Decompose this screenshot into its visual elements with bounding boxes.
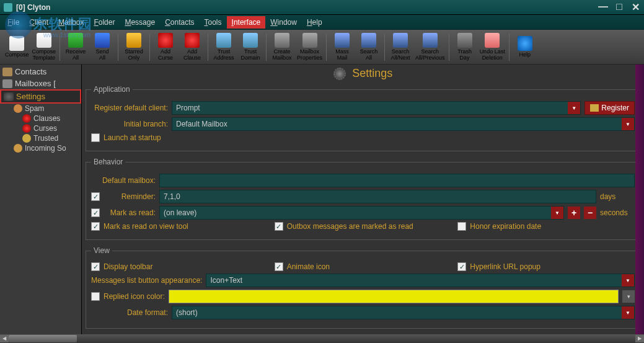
page-title: Settings [84,65,642,82]
mbox-icon [275,33,289,48]
toolbar-add-clause[interactable]: AddClause [179,32,205,63]
date-format-select[interactable]: (short) ▼ [172,306,635,319]
date-format-label: Date format: [91,308,168,317]
toolbar-send-all[interactable]: SendAll [89,32,115,63]
chevron-down-icon[interactable]: ▼ [568,102,580,114]
replied-color-checkbox[interactable] [91,292,100,301]
separator [208,33,208,61]
toolbar-compose[interactable]: Compose [4,32,30,63]
scroll-right-button[interactable]: ▶ [635,335,644,342]
mark-read-select[interactable]: (on leave) ▼ [159,206,564,220]
sidebar-item-curses[interactable]: Curses [14,123,81,133]
menu-tools[interactable]: Tools [200,16,227,29]
separator [449,33,449,61]
reminder-label: Reminder: [104,192,156,201]
chevron-down-icon[interactable]: ▼ [622,118,634,130]
gear-icon [4,92,14,101]
toolbar-undo-last-deletion[interactable]: Undo LastDeletion [479,32,506,63]
minimize-button[interactable]: — [598,1,608,13]
sidebar-item-settings[interactable]: Settings [0,89,81,104]
chevron-down-icon[interactable]: ▼ [622,274,634,287]
trash-icon [457,33,472,48]
red-icon [22,124,31,133]
menu-help[interactable]: Help [302,16,327,29]
color-dropdown-button[interactable]: ▾ [622,290,635,303]
initial-branch-label: Initial branch: [91,120,168,128]
separator [149,33,150,61]
outbox-marked-checkbox[interactable]: ✓ [275,222,283,231]
menu-mailbox[interactable]: Mailbox [53,16,89,29]
reminder-input[interactable] [159,190,596,203]
scroll-left-button[interactable]: ◀ [0,335,9,342]
undo-icon [485,33,500,48]
register-button[interactable]: Register [584,101,635,115]
menu-contacts[interactable]: Contacts [160,16,199,29]
toolbar-add-curse[interactable]: AddCurse [152,32,179,63]
compose-icon [37,33,51,48]
hyperlink-popup-checkbox[interactable]: ✓ [457,262,466,271]
sidebar-item-clauses[interactable]: Clauses [14,114,81,123]
menu-file[interactable]: File [2,16,24,29]
default-mailbox-label: Default mailbox: [91,176,156,185]
send-icon [95,33,110,48]
toolbar-trust-domain[interactable]: TrustDomain [237,32,263,63]
animate-icon-checkbox[interactable]: ✓ [275,262,283,271]
people-icon [361,33,376,48]
people-icon [393,33,408,48]
honor-exp-checkbox[interactable] [457,222,466,231]
mark-read-checkbox[interactable]: ✓ [91,208,100,217]
initial-branch-select[interactable]: Default Mailbox ▼ [172,117,635,131]
toolbar-compose-template[interactable]: ComposeTemplate [31,32,58,63]
contacts-icon [2,68,12,76]
toolbar-search-all/next[interactable]: SearchAll/Next [387,32,413,63]
content-area: Settings Application Register default cl… [82,65,644,334]
menu-window[interactable]: Window [265,16,302,29]
sidebar-item-spam[interactable]: Spam [14,104,81,114]
toolbar-search-all[interactable]: SearchAll [356,32,382,63]
chevron-down-icon[interactable]: ▼ [551,207,563,219]
msg-list-appearance-select[interactable]: Icon+Text ▼ [206,274,635,287]
toolbar-create-mailbox[interactable]: CreateMailbox [269,32,295,63]
chevron-down-icon[interactable]: ▼ [622,306,634,319]
sidebar-item-contacts[interactable]: Contacts [0,66,81,78]
mail-icon [2,79,12,88]
toolbar-trash-day[interactable]: TrashDay [452,32,478,63]
toolbar-search-all/previous[interactable]: SearchAll/Previous [414,32,446,63]
plus-button[interactable]: + [568,207,580,219]
toolbar-starred-only[interactable]: StarredOnly [121,32,147,63]
reminder-checkbox[interactable]: ✓ [91,192,100,201]
close-button[interactable]: ✕ [630,1,640,13]
scroll-thumb[interactable] [9,335,77,342]
menu-client[interactable]: Client [24,16,53,29]
sidebar-item-incoming-so[interactable]: Incoming So [14,143,81,153]
launch-startup-label: Launch at startup [104,133,161,142]
minus-button[interactable]: − [584,207,596,219]
mark-read-label: Mark as read: [104,208,156,217]
menu-interface[interactable]: Interface [227,16,266,29]
horizontal-scrollbar[interactable]: ◀ ▶ [0,334,644,343]
spam-icon [14,104,22,113]
separator [326,33,327,61]
star-icon [126,33,141,48]
menu-message[interactable]: Message [120,16,160,29]
toolbar-mailbox-properties[interactable]: MailboxProperties [296,32,324,63]
sidebar-item-trusted[interactable]: Trusted [14,133,81,143]
toolbar-help[interactable]: Help [512,32,538,63]
replied-color-swatch[interactable] [169,290,619,303]
display-toolbar-checkbox[interactable]: ✓ [91,262,100,271]
vertical-scrollbar[interactable] [635,65,644,334]
sidebar-item-mailboxes-[interactable]: Mailboxes [ [0,78,81,89]
menu-folder[interactable]: Folder [89,16,120,29]
toolbar-trust-address[interactable]: TrustAddress [211,32,237,63]
curse-icon [158,33,173,48]
fold-icon [14,144,22,153]
toolbar-receive-all[interactable]: ReceiveAll [63,32,89,63]
mark-read-view-checkbox[interactable]: ✓ [91,222,100,231]
red-icon [22,114,31,123]
launch-startup-checkbox[interactable] [91,133,100,142]
maximize-button[interactable]: □ [614,1,624,13]
toolbar-mass-mail[interactable]: MassMail [329,32,355,63]
register-client-select[interactable]: Prompt ▼ [172,101,581,115]
addr-icon [243,33,258,48]
default-mailbox-input[interactable] [159,174,635,187]
